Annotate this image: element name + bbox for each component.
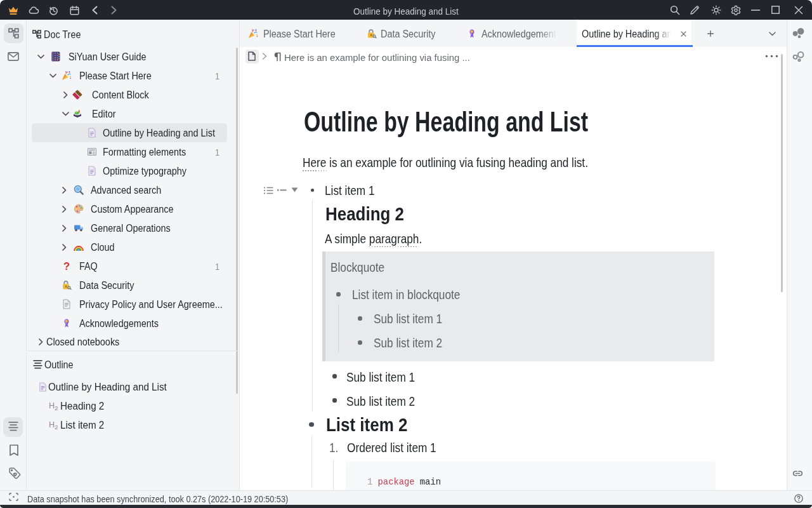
svg-text:?: ? <box>63 261 70 271</box>
